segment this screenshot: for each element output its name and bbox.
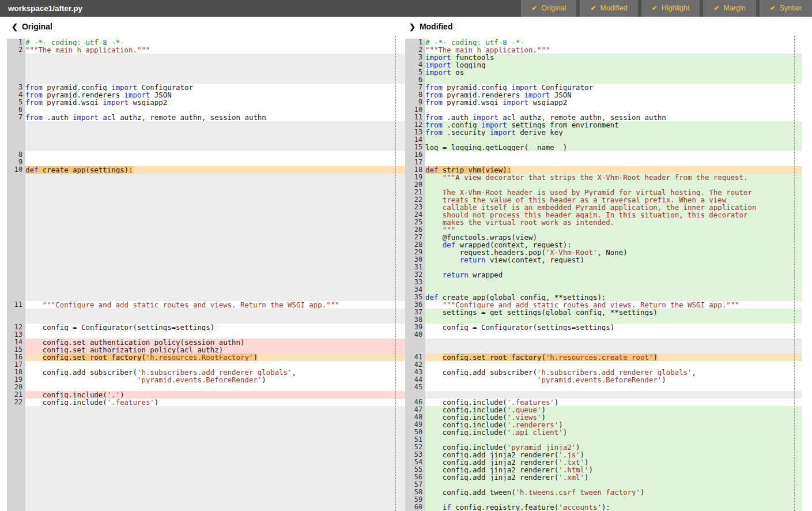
code-row: 41 config.set_root_factory('h.resources.… <box>405 354 812 361</box>
code-row: 5from pyramid.wsgi import wsgiapp2 <box>7 99 405 106</box>
code-line: """The main h application.""" <box>425 46 802 54</box>
line-number: 22 <box>7 399 25 406</box>
code-line: config.include('.views') <box>425 414 802 421</box>
toggle-highlight-button[interactable]: ✔ Highlight <box>641 0 700 17</box>
code-row: 31 <box>405 264 812 271</box>
code-line: def strip_vhm(view): <box>425 166 802 174</box>
check-icon: ✔ <box>531 0 537 17</box>
code-row: 21 config.include('.') <box>7 391 405 399</box>
line-number <box>7 219 25 226</box>
code-row: 35def create_app(global_config, **settin… <box>405 294 812 301</box>
code-row: 16 config.set_root_factory('h.resources.… <box>7 354 405 361</box>
toggle-original-button[interactable]: ✔ Original <box>521 0 576 17</box>
code-line <box>25 264 405 271</box>
line-number: 2 <box>7 46 25 54</box>
code-row: 18def strip_vhm(view): <box>405 166 812 174</box>
chevron-right-icon: ❯ <box>409 22 416 31</box>
code-row: 43 config.add_subscriber('h.subscribers.… <box>405 369 812 376</box>
modified-code-pane[interactable]: 1# -*- coding: utf-8 -*-2"""The main h a… <box>405 36 812 511</box>
code-row: 3import functools <box>405 54 812 61</box>
filler-row <box>7 271 405 279</box>
code-row: 8 <box>7 151 405 159</box>
code-line <box>25 459 405 466</box>
code-line: config.set_authentication_policy(session… <box>25 339 405 346</box>
code-row: 11from .auth import acl_authz, remote_au… <box>405 114 812 121</box>
code-line <box>425 391 802 399</box>
filler-row <box>7 436 405 444</box>
code-row: 50 config.include('.api_client') <box>405 429 812 436</box>
code-row: 2"""The main h application.""" <box>405 46 812 54</box>
filler-row <box>7 459 405 466</box>
code-line: 'pyramid.events.BeforeRender') <box>25 376 405 384</box>
code-row: 26 """ <box>405 226 812 234</box>
code-line <box>25 361 405 369</box>
code-line: config.include('.') <box>25 391 405 399</box>
line-number <box>7 489 25 496</box>
line-number <box>7 121 25 129</box>
code-row: 13from .security import derive_key <box>405 129 812 136</box>
code-row: 10def create_app(settings): <box>7 166 405 174</box>
toggle-syntax-button[interactable]: ✔ Syntax <box>760 0 812 17</box>
line-number <box>7 181 25 189</box>
toggle-highlight-label: Highlight <box>662 0 690 17</box>
code-row: 55 config.add_jinja2_renderer('.html') <box>405 466 812 474</box>
code-line: config.set_root_factory('h.resources.cre… <box>425 354 802 361</box>
line-number <box>7 466 25 474</box>
code-line: config.add_subscriber('h.subscribers.add… <box>25 369 405 376</box>
code-line <box>25 271 405 279</box>
code-row: 15log = logging.getLogger(__name__) <box>405 144 812 151</box>
code-line <box>425 384 802 391</box>
code-line: import os <box>425 69 802 76</box>
code-row: 33 <box>405 279 812 286</box>
code-row: 9 <box>7 159 405 166</box>
line-number: 10 <box>7 166 25 174</box>
code-row: 51 <box>405 436 812 444</box>
original-code-pane[interactable]: 1# -*- coding: utf-8 -*-2"""The main h a… <box>0 36 405 511</box>
code-line: should not process this header again. In… <box>425 211 802 219</box>
line-number <box>7 309 25 316</box>
line-number <box>7 421 25 429</box>
code-line: return wrapped <box>425 271 802 279</box>
filler-row <box>405 391 812 399</box>
code-line: config.include('.features') <box>425 399 802 406</box>
code-line <box>25 204 405 211</box>
code-line <box>25 429 405 436</box>
code-row: 19 """A view decorator that strips the X… <box>405 174 812 181</box>
line-number: 5 <box>7 99 25 106</box>
line-number: 7 <box>7 114 25 121</box>
modified-pane-title: Modified <box>420 22 453 31</box>
code-line <box>25 54 405 61</box>
line-number: 45 <box>405 384 425 391</box>
code-line: treats the value of this header as a tra… <box>425 196 802 204</box>
code-row: 18 config.add_subscriber('h.subscribers.… <box>7 369 405 376</box>
code-row: 59 <box>405 496 812 504</box>
code-line: from pyramid.renderers import JSON <box>425 91 802 99</box>
code-row: 52 config.include('pyramid_jinja2') <box>405 444 812 451</box>
code-line <box>25 121 405 129</box>
code-line <box>25 129 405 136</box>
changed-text-span: config.set_root_factory('h.resources.cre… <box>443 354 658 361</box>
code-line: settings = get_settings(global_config, *… <box>425 309 802 316</box>
toggle-margin-button[interactable]: ✔ Margin <box>703 0 756 17</box>
code-row: 42 <box>405 361 812 369</box>
code-line <box>425 76 802 84</box>
filler-row <box>7 451 405 459</box>
code-row: 23 callable itself is an embedded Pyrami… <box>405 204 812 211</box>
code-row: 16 <box>405 151 812 159</box>
code-line <box>25 504 405 511</box>
code-row: 5import os <box>405 69 812 76</box>
title-bar: workspace1/after.py ✔ Original ✔ Modifie… <box>0 0 812 17</box>
code-row: 11 """Configure and add static routes an… <box>7 301 405 309</box>
toggle-modified-button[interactable]: ✔ Modified <box>580 0 637 17</box>
line-number <box>7 414 25 421</box>
code-line: from .auth import acl_authz, remote_auth… <box>425 114 802 121</box>
code-row: 20 <box>405 181 812 189</box>
code-line <box>25 76 405 84</box>
code-line: config.add_subscriber('h.subscribers.add… <box>425 369 802 376</box>
original-pane-title: Original <box>22 22 52 31</box>
filler-row <box>7 474 405 481</box>
check-icon: ✔ <box>713 0 719 17</box>
filler-row <box>7 444 405 451</box>
changed-text-span: config.set_root_factory('h.resources.Roo… <box>43 354 258 361</box>
code-line <box>25 106 405 114</box>
